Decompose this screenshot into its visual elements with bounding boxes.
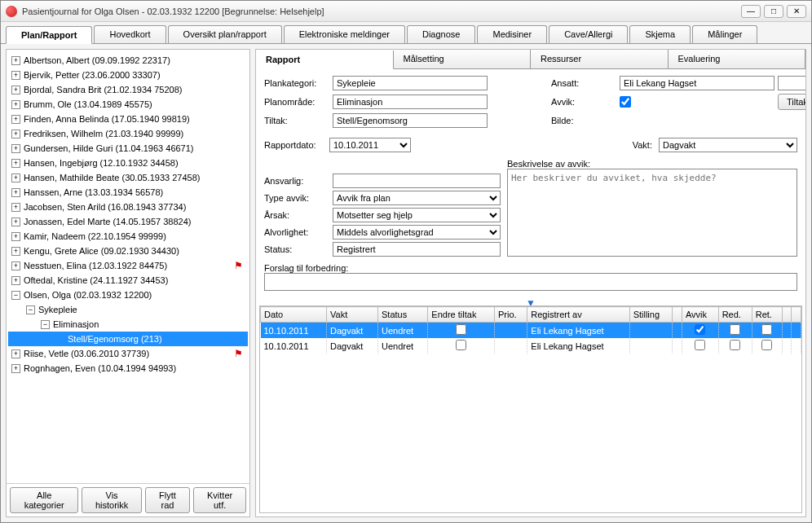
grid-checkbox[interactable] xyxy=(761,324,772,335)
grid-checkbox[interactable] xyxy=(761,340,772,350)
grid-checkbox[interactable] xyxy=(730,340,740,350)
expand-icon[interactable]: + xyxy=(11,262,20,270)
grid-header[interactable]: Endre tiltak xyxy=(428,307,495,323)
forslag-input[interactable] xyxy=(264,273,797,291)
tree-row[interactable]: +Rognhagen, Even (10.04.1994 94993) xyxy=(8,361,248,376)
grid-header[interactable] xyxy=(673,307,682,323)
expand-icon[interactable]: + xyxy=(11,71,20,80)
grid-header[interactable] xyxy=(782,307,791,323)
grid-header[interactable]: Registrert av xyxy=(527,307,629,323)
grid-checkbox[interactable] xyxy=(730,324,740,335)
expand-icon[interactable]: + xyxy=(11,203,20,212)
rapportdato-select[interactable]: 10.10.2011 xyxy=(329,138,411,152)
expand-icon[interactable]: − xyxy=(11,291,20,300)
expand-icon[interactable]: + xyxy=(11,247,20,256)
tree-row[interactable]: +Hansen, Mathilde Beate (30.05.1933 2745… xyxy=(8,170,248,185)
avvik-checkbox[interactable] xyxy=(620,96,631,108)
patient-tree[interactable]: +Albertson, Albert (09.09.1992 22317)+Bj… xyxy=(7,50,249,483)
move-row-button[interactable]: Flytt rad xyxy=(145,487,191,513)
tree-row[interactable]: −Olsen, Olga (02.03.1932 12200) xyxy=(8,288,248,302)
tree-row[interactable]: +Bjervik, Petter (23.06.2000 33307) xyxy=(8,68,248,82)
main-tab-8[interactable]: Målinger xyxy=(692,25,757,43)
main-tab-6[interactable]: Cave/Allergi xyxy=(549,25,628,43)
grid-row[interactable]: 10.10.2011DagvaktUendretEli Lekang Hagse… xyxy=(261,338,801,354)
close-button[interactable]: ✕ xyxy=(787,5,806,18)
expand-icon[interactable]: + xyxy=(11,130,20,138)
tree-row[interactable]: Stell/Egenomsorg (213) xyxy=(8,332,248,346)
grid-header[interactable]: Prio. xyxy=(495,307,527,323)
expand-icon[interactable]: + xyxy=(11,115,20,124)
tree-row[interactable]: +Hanssen, Arne (13.03.1934 56578) xyxy=(8,185,248,200)
ansatt-input[interactable] xyxy=(620,76,774,90)
sub-tab-0[interactable]: Rapport xyxy=(256,51,394,69)
tree-row[interactable]: +Kamir, Nadeem (22.10.1954 99999) xyxy=(8,229,248,244)
all-categories-button[interactable]: Alle kategorier xyxy=(10,487,78,513)
tree-row[interactable]: +Oftedal, Kristine (24.11.1927 34453) xyxy=(8,273,248,288)
sub-tab-2[interactable]: Ressurser xyxy=(531,50,669,68)
grid-header[interactable]: Ret. xyxy=(752,307,782,323)
main-tab-1[interactable]: Hovedkort xyxy=(94,25,165,43)
expand-icon[interactable]: − xyxy=(26,305,35,314)
tree-row[interactable]: +Bjordal, Sandra Brit (21.02.1934 75208) xyxy=(8,82,248,97)
tree-row[interactable]: +Brumm, Ole (13.04.1989 45575) xyxy=(8,97,248,112)
grid-header[interactable]: Red. xyxy=(718,307,752,323)
expand-icon[interactable]: + xyxy=(11,86,20,94)
alvorlighet-select[interactable]: Middels alvorlighetsgrad xyxy=(333,225,501,240)
expand-icon[interactable]: + xyxy=(11,100,20,109)
sub-tab-1[interactable]: Målsetting xyxy=(394,50,532,68)
tree-row[interactable]: +Fredriksen, Wilhelm (21.03.1940 99999) xyxy=(8,126,248,141)
main-tab-0[interactable]: Plan/Rapport xyxy=(6,26,92,44)
collapse-marker-icon[interactable]: ▼ xyxy=(256,297,805,305)
grid-header[interactable] xyxy=(792,307,801,323)
typeavvik-select[interactable]: Avvik fra plan xyxy=(333,191,501,205)
tiltaksbeskrivelse-button[interactable]: Tiltaksbeskrivelse xyxy=(778,94,806,110)
tree-row[interactable]: +Finden, Anna Belinda (17.05.1940 99819) xyxy=(8,112,248,126)
main-tab-2[interactable]: Oversikt plan/rapport xyxy=(168,25,282,43)
vakt-select[interactable]: Dagvakt xyxy=(659,138,797,152)
tree-row[interactable]: +Hansen, Ingebjørg (12.10.1932 34458) xyxy=(8,156,248,170)
tree-row[interactable]: −Eliminasjon xyxy=(8,317,248,332)
main-tab-3[interactable]: Elektroniske meldinger xyxy=(284,25,405,43)
planomrade-input[interactable] xyxy=(333,94,488,109)
grid-header[interactable]: Status xyxy=(377,307,427,323)
plankategori-input[interactable] xyxy=(333,76,488,90)
expand-icon[interactable]: + xyxy=(11,218,20,226)
main-tab-4[interactable]: Diagnose xyxy=(407,25,475,43)
tree-row[interactable]: +Kengu, Grete Alice (09.02.1930 34430) xyxy=(8,244,248,258)
expand-icon[interactable]: + xyxy=(11,232,20,241)
ansvarlig-input[interactable] xyxy=(333,174,501,188)
grid-header[interactable]: Dato xyxy=(261,307,327,323)
tree-row[interactable]: +Jonassen, Edel Marte (14.05.1957 38824) xyxy=(8,214,248,229)
expand-icon[interactable]: + xyxy=(11,56,20,65)
main-tab-5[interactable]: Medisiner xyxy=(477,25,547,43)
show-history-button[interactable]: Vis historikk xyxy=(82,487,141,513)
tree-row[interactable]: +Riise, Vetle (03.06.2010 37739)⚑ xyxy=(8,346,248,361)
status-input[interactable] xyxy=(333,242,501,257)
beskrivelse-textarea[interactable] xyxy=(507,169,797,257)
maximize-button[interactable]: □ xyxy=(764,5,783,18)
minimize-button[interactable]: — xyxy=(741,5,761,18)
grid-checkbox[interactable] xyxy=(456,324,466,335)
grid-header[interactable]: Stilling xyxy=(629,307,673,323)
tree-row[interactable]: +Jacobsen, Sten Arild (16.08.1943 37734) xyxy=(8,200,248,214)
arsak-select[interactable]: Motsetter seg hjelp xyxy=(333,208,501,222)
ansatt-extra-input[interactable] xyxy=(778,76,806,90)
kvitter-button[interactable]: Kvitter utf. xyxy=(193,487,246,513)
report-grid[interactable]: DatoVaktStatusEndre tiltakPrio.Registrer… xyxy=(259,305,802,513)
tree-row[interactable]: +Albertson, Albert (09.09.1992 22317) xyxy=(8,53,248,68)
grid-checkbox[interactable] xyxy=(695,324,705,335)
expand-icon[interactable]: + xyxy=(11,174,20,182)
sub-tab-3[interactable]: Evaluering xyxy=(669,50,806,68)
grid-header[interactable]: Avvik xyxy=(682,307,718,323)
grid-row[interactable]: 10.10.2011DagvaktUendretEli Lekang Hagse… xyxy=(261,323,801,339)
tiltak-input[interactable] xyxy=(333,113,488,128)
tree-row[interactable]: −Sykepleie xyxy=(8,302,248,317)
expand-icon[interactable]: + xyxy=(11,364,20,373)
expand-icon[interactable]: + xyxy=(11,144,20,153)
tree-row[interactable]: +Nesstuen, Elina (12.03.1922 84475)⚑ xyxy=(8,258,248,273)
expand-icon[interactable]: − xyxy=(41,320,50,329)
main-tab-7[interactable]: Skjema xyxy=(629,25,691,43)
grid-checkbox[interactable] xyxy=(456,340,466,350)
expand-icon[interactable]: + xyxy=(11,188,20,197)
tree-row[interactable]: +Gundersen, Hilde Guri (11.04.1963 46671… xyxy=(8,141,248,156)
